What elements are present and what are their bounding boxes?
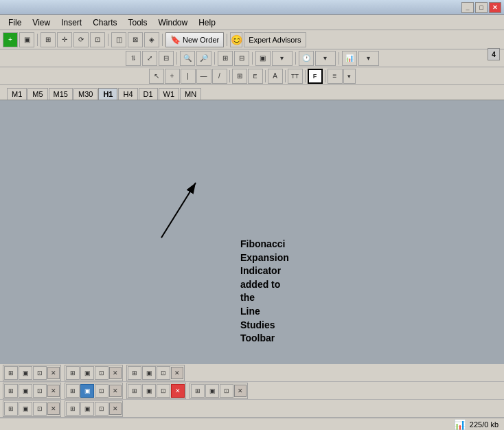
task-btn-1b[interactable]: ▣ bbox=[19, 366, 32, 380]
task-btn-2d[interactable]: ✕ bbox=[109, 367, 122, 379]
task-btn-2a[interactable]: ⊞ bbox=[66, 366, 80, 380]
tb2-btn-1[interactable]: ⥮ bbox=[126, 51, 141, 66]
tb3-extra[interactable]: ≡ bbox=[328, 69, 343, 84]
task-btn-1c[interactable]: ⊡ bbox=[33, 366, 47, 380]
task-btn-1a[interactable]: ⊞ bbox=[4, 366, 18, 380]
task-btn-7a[interactable]: ⊞ bbox=[191, 384, 205, 398]
task-btn-5d[interactable]: ✕ bbox=[109, 385, 122, 397]
task-btn-9d[interactable]: ✕ bbox=[109, 403, 122, 415]
task-btn-3b[interactable]: ▣ bbox=[142, 366, 156, 380]
tb2-btn-3[interactable]: ⊟ bbox=[159, 51, 174, 66]
task-btn-7c[interactable]: ⊡ bbox=[220, 384, 233, 398]
toolbar-btn-6[interactable]: ⊡ bbox=[90, 32, 105, 47]
menu-tools[interactable]: Tools bbox=[123, 16, 153, 29]
menu-charts[interactable]: Charts bbox=[87, 16, 122, 29]
maximize-button[interactable]: □ bbox=[475, 2, 488, 13]
tab-m15[interactable]: M15 bbox=[49, 88, 73, 100]
tab-m5[interactable]: M5 bbox=[27, 88, 47, 100]
expert-advisors-button[interactable]: Expert Advisors bbox=[244, 32, 306, 47]
tab-d1[interactable]: D1 bbox=[139, 88, 158, 100]
tb2-btn-5[interactable]: ⊟ bbox=[234, 51, 249, 66]
toolbar-btn-1[interactable]: + bbox=[3, 32, 18, 47]
tb3-text-a[interactable]: A bbox=[268, 69, 283, 84]
new-order-button[interactable]: 🔖 New Order bbox=[165, 32, 224, 47]
menu-window[interactable]: Window bbox=[153, 16, 194, 29]
tb3-cross[interactable]: + bbox=[165, 69, 180, 84]
task-btn-7b[interactable]: ▣ bbox=[205, 384, 219, 398]
task-btn-4c[interactable]: ⊡ bbox=[33, 384, 47, 398]
tb2-btn-2[interactable]: ⤢ bbox=[142, 51, 157, 66]
task-btn-5b[interactable]: ▣ bbox=[80, 384, 94, 398]
task-btn-1d[interactable]: ✕ bbox=[47, 367, 60, 379]
tab-m1[interactable]: M1 bbox=[7, 88, 27, 100]
menu-help[interactable]: Help bbox=[193, 16, 221, 29]
task-group-3: ⊞ ▣ ⊡ ✕ bbox=[126, 365, 185, 381]
task-btn-8d[interactable]: ✕ bbox=[47, 403, 60, 415]
tab-h1[interactable]: H1 bbox=[98, 88, 117, 100]
tab-w1[interactable]: W1 bbox=[159, 88, 180, 100]
task-btn-4a[interactable]: ⊞ bbox=[4, 384, 18, 398]
task-btn-6c[interactable]: ⊡ bbox=[157, 384, 170, 398]
tab-mn[interactable]: MN bbox=[180, 88, 201, 100]
task-btn-2c[interactable]: ⊡ bbox=[95, 366, 108, 380]
task-btn-8b[interactable]: ▣ bbox=[19, 402, 32, 416]
tb3-vline[interactable]: | bbox=[181, 69, 196, 84]
toolbar-btn-7[interactable]: ◫ bbox=[111, 32, 126, 47]
toolbar-btn-8[interactable]: ⊠ bbox=[128, 32, 143, 47]
task-btn-4d[interactable]: ✕ bbox=[47, 385, 60, 397]
menu-view[interactable]: View bbox=[27, 16, 56, 29]
tb2-dropdown-2[interactable]: ▾ bbox=[315, 51, 336, 66]
tb3-e[interactable]: E bbox=[248, 69, 263, 84]
fibonacci-expansion-button[interactable]: F bbox=[308, 69, 323, 84]
tab-h4[interactable]: H4 bbox=[118, 88, 137, 100]
task-btn-6d[interactable]: ✕ bbox=[171, 384, 185, 398]
tb2-chart[interactable]: 📊 bbox=[342, 51, 357, 66]
menu-insert[interactable]: Insert bbox=[56, 16, 87, 29]
sep8 bbox=[295, 52, 296, 65]
tb2-btn-6[interactable]: ▣ bbox=[255, 51, 271, 66]
task-btn-4b[interactable]: ▣ bbox=[19, 384, 32, 398]
chart-area[interactable]: Fibonacci Expansion Indicator added to t… bbox=[0, 100, 504, 364]
toolbar-btn-4[interactable]: ✛ bbox=[57, 32, 72, 47]
task-btn-3a[interactable]: ⊞ bbox=[128, 366, 141, 380]
task-btn-9c[interactable]: ⊡ bbox=[95, 402, 108, 416]
sep11 bbox=[265, 70, 266, 82]
task-btn-9a[interactable]: ⊞ bbox=[66, 402, 80, 416]
tb3-text-tt[interactable]: TT bbox=[288, 69, 303, 84]
tb2-btn-4[interactable]: ⊞ bbox=[218, 51, 233, 66]
close-button[interactable]: ✕ bbox=[489, 2, 501, 13]
sep4 bbox=[227, 34, 227, 46]
task-btn-9b[interactable]: ▣ bbox=[80, 402, 94, 416]
minimize-button[interactable]: _ bbox=[461, 2, 474, 13]
toolbar-btn-9[interactable]: ◈ bbox=[144, 32, 159, 47]
tb3-grid[interactable]: ⊞ bbox=[232, 69, 247, 84]
tb3-hline[interactable]: — bbox=[196, 69, 211, 84]
task-btn-3c[interactable]: ⊡ bbox=[157, 366, 170, 380]
tb2-dropdown-3[interactable]: ▾ bbox=[358, 51, 379, 66]
task-btn-7d[interactable]: ✕ bbox=[234, 385, 247, 397]
sep1 bbox=[37, 34, 38, 46]
tb2-clock[interactable]: 🕐 bbox=[299, 51, 314, 66]
tb2-zoom-in[interactable]: 🔍 bbox=[180, 51, 195, 66]
tab-m30[interactable]: M30 bbox=[73, 88, 98, 100]
menu-file[interactable]: File bbox=[3, 16, 27, 29]
task-btn-2b[interactable]: ▣ bbox=[80, 366, 94, 380]
expert-advisors-label: Expert Advisors bbox=[249, 36, 301, 44]
toolbar-btn-5[interactable]: ⟳ bbox=[73, 32, 89, 47]
toolbar-btn-3[interactable]: ⊞ bbox=[41, 32, 56, 47]
taskbar-row-2: ⊞ ▣ ⊡ ✕ ⊞ ▣ ⊡ ✕ ⊞ ▣ ⊡ ✕ ⊞ ▣ ⊡ ✕ bbox=[0, 382, 504, 400]
tb3-dropdown[interactable]: ▾ bbox=[343, 69, 356, 84]
task-btn-5a[interactable]: ⊞ bbox=[66, 384, 80, 398]
tb3-cursor[interactable]: ↖ bbox=[149, 69, 164, 84]
task-btn-8a[interactable]: ⊞ bbox=[4, 402, 18, 416]
task-btn-5c[interactable]: ⊡ bbox=[95, 384, 108, 398]
task-btn-6b[interactable]: ▣ bbox=[142, 384, 156, 398]
tb2-dropdown-1[interactable]: ▾ bbox=[272, 51, 293, 66]
task-btn-8c[interactable]: ⊡ bbox=[33, 402, 47, 416]
task-btn-3d[interactable]: ✕ bbox=[171, 367, 183, 379]
tb3-tline[interactable]: / bbox=[212, 69, 227, 84]
sep9 bbox=[339, 52, 339, 65]
toolbar-btn-2[interactable]: ▣ bbox=[19, 32, 34, 47]
tb2-zoom-out[interactable]: 🔎 bbox=[196, 51, 211, 66]
task-btn-6a[interactable]: ⊞ bbox=[128, 384, 141, 398]
